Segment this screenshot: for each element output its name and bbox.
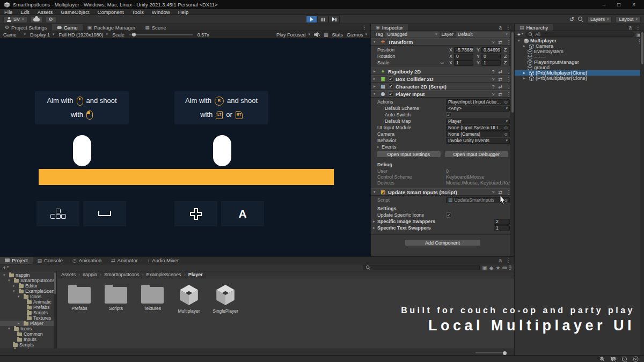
alerts-muted-icon[interactable] xyxy=(621,356,627,362)
hierarchy-row[interactable]: ------- xyxy=(515,54,644,60)
kebab-icon[interactable]: ⋮ xyxy=(362,25,367,31)
help-icon[interactable]: ? xyxy=(492,189,494,195)
add-component-button[interactable]: Add Component xyxy=(405,239,481,246)
stats-button[interactable]: Stats xyxy=(332,32,343,38)
collapse-statusbar-icon[interactable] xyxy=(633,356,639,362)
create-asset-button[interactable]: +▾ xyxy=(3,265,9,271)
component-enabled-checkbox[interactable]: ✓ xyxy=(388,91,393,97)
update-specific-icons-checkbox[interactable]: ✓ xyxy=(446,212,451,218)
breadcrumb-item[interactable]: Assets xyxy=(61,272,76,277)
foldout-icon[interactable]: ▸ xyxy=(374,84,378,88)
lock-icon[interactable]: a xyxy=(499,25,502,31)
help-icon[interactable]: ? xyxy=(492,39,494,45)
tab-audio-mixer[interactable]: ↕Audio Mixer xyxy=(143,257,184,264)
menu-component[interactable]: Component xyxy=(98,9,124,15)
tree-row-selected[interactable]: ▸Player xyxy=(0,321,56,326)
layer-dropdown[interactable]: Default▾ xyxy=(456,32,510,38)
asset-folder-textures[interactable]: Textures xyxy=(136,284,169,314)
tree-scrollbar[interactable] xyxy=(54,271,56,349)
vsync-grid-icon[interactable]: ▦ xyxy=(324,32,328,38)
tab-project-settings[interactable]: ⚙Project Settings xyxy=(0,24,52,31)
transform-header[interactable]: ▾ ✛ Transform ?⇄⋮ xyxy=(371,38,514,46)
playerinput-header[interactable]: ▾ ◉ ✓ Player Input ?⇄⋮ xyxy=(371,90,514,98)
presets-icon[interactable]: ⇄ xyxy=(499,189,503,195)
rigidbody2d-header[interactable]: ▸ ● Rigidbody 2D ?⇄⋮ xyxy=(371,68,514,75)
kebab-icon[interactable]: ⋮ xyxy=(635,25,641,31)
tab-animation[interactable]: ◷Animation xyxy=(68,257,106,264)
create-button[interactable]: +▾ xyxy=(517,32,523,38)
boxcollider2d-header[interactable]: ▸ ▣ ✓ Box Collider 2D ?⇄⋮ xyxy=(371,75,514,83)
menu-assets[interactable]: Assets xyxy=(38,9,53,15)
asset-scene-multiplayer[interactable]: Multiplayer xyxy=(173,284,205,314)
hierarchy-row-scene[interactable]: ▾ Multiplayer ⋮ xyxy=(515,38,644,43)
rotation-x-field[interactable]: 0 xyxy=(454,54,473,60)
expand-arrow-icon[interactable]: ▸ xyxy=(523,44,528,48)
play-button[interactable] xyxy=(306,16,317,23)
resolution-dropdown[interactable]: Full HD (1920x1080)▾ xyxy=(59,32,108,38)
layers-dropdown[interactable]: Layers▾ xyxy=(587,16,612,23)
help-icon[interactable]: ? xyxy=(492,69,494,75)
presets-icon[interactable]: ⇄ xyxy=(499,84,503,90)
tab-scene[interactable]: ▦Scene xyxy=(140,24,171,31)
camera-object-field[interactable]: None (Camera)⊙ xyxy=(446,131,510,137)
expand-arrow-icon[interactable]: ▾ xyxy=(518,39,522,43)
thumbnail-size-slider[interactable] xyxy=(475,352,507,353)
messages-muted-icon[interactable] xyxy=(610,356,616,362)
tree-row[interactable]: Textures xyxy=(0,315,56,321)
hierarchy-search-input[interactable]: All xyxy=(525,32,634,37)
tab-animator[interactable]: ⇄Animator xyxy=(106,257,143,264)
menu-window[interactable]: Window xyxy=(152,9,170,15)
object-picker-icon[interactable]: ⊙ xyxy=(503,125,508,130)
hierarchy-row[interactable]: ▸ Camera xyxy=(515,43,644,49)
asset-folder-scripts[interactable]: Scripts xyxy=(100,284,132,314)
display-dropdown[interactable]: Display 1▾ xyxy=(30,32,55,38)
asset-scene-singleplayer[interactable]: SinglePlayer xyxy=(209,284,241,314)
notifications-muted-icon[interactable] xyxy=(599,356,605,362)
scale-x-field[interactable]: 1 xyxy=(454,60,473,66)
kebab-icon[interactable]: ⋮ xyxy=(506,257,511,263)
actions-object-field[interactable]: PlayerInput (Input Action Asset)⊙ xyxy=(446,99,510,105)
presets-icon[interactable]: ⇄ xyxy=(499,39,503,45)
expand-arrow-icon[interactable]: ▾ xyxy=(3,273,8,277)
scale-slider[interactable] xyxy=(129,34,193,35)
tree-row[interactable]: ▾Icons xyxy=(0,326,56,331)
character2d-header[interactable]: ▸ ▤ ✓ Character 2D (Script) ?⇄⋮ xyxy=(371,83,514,90)
hierarchy-row[interactable]: ground xyxy=(515,65,644,70)
tree-row[interactable]: Inputs xyxy=(0,337,56,342)
tree-row[interactable]: ▸Editor xyxy=(0,283,56,289)
kebab-icon[interactable]: ⋮ xyxy=(506,25,511,31)
events-foldout[interactable]: ▸ Events xyxy=(371,144,514,150)
tab-project[interactable]: Project xyxy=(0,257,33,264)
tree-row[interactable]: ▾ExampleScen xyxy=(0,289,56,294)
foldout-icon[interactable]: ▸ xyxy=(377,145,382,149)
text-swappers-count-field[interactable]: 1 xyxy=(494,225,510,231)
hierarchy-row-selected[interactable]: ▸ (Prb)Multiplayer(Clone) xyxy=(515,70,644,76)
tree-row[interactable]: Scripts xyxy=(0,310,56,315)
asset-folder-prefabs[interactable]: Prefabs xyxy=(63,284,96,314)
tree-row[interactable]: Animatic xyxy=(0,299,56,305)
breadcrumb-item-current[interactable]: Player xyxy=(188,272,203,277)
help-icon[interactable]: ? xyxy=(492,84,494,90)
search-by-label-icon[interactable]: ◆ xyxy=(489,265,494,271)
tab-package-manager[interactable]: ▣Package Manager xyxy=(83,24,141,31)
tree-row[interactable]: ▾Icons xyxy=(0,294,56,299)
foldout-icon[interactable]: ▾ xyxy=(374,92,378,96)
audio-mute-icon[interactable] xyxy=(314,32,320,37)
constrain-proportions-icon[interactable]: ∞ xyxy=(441,60,446,65)
hidden-packages-toggle[interactable]: 9 xyxy=(502,265,511,271)
tree-row[interactable]: ▾nappin xyxy=(0,272,56,278)
image-swappers-count-field[interactable]: 2 xyxy=(494,219,510,225)
component-enabled-checkbox[interactable]: ✓ xyxy=(388,84,393,89)
object-picker-icon[interactable]: ⊙ xyxy=(503,100,508,105)
presets-icon[interactable]: ⇄ xyxy=(499,91,503,97)
menu-gameobject[interactable]: GameObject xyxy=(61,9,89,15)
tree-row[interactable]: Scripts xyxy=(0,342,56,348)
foldout-icon[interactable]: ▸ xyxy=(373,219,377,224)
ui-module-object-field[interactable]: None (Input System UI Input Module)⊙ xyxy=(446,125,510,131)
maximize-button[interactable]: □ xyxy=(617,2,620,8)
open-input-debugger-button[interactable]: Open Input Debugger xyxy=(444,151,509,158)
help-icon[interactable]: ? xyxy=(492,76,494,82)
hierarchy-row[interactable]: PlayerInputManager xyxy=(515,60,644,65)
foldout-icon[interactable]: ▸ xyxy=(374,77,378,81)
auto-switch-checkbox[interactable]: ✓ xyxy=(446,112,451,117)
